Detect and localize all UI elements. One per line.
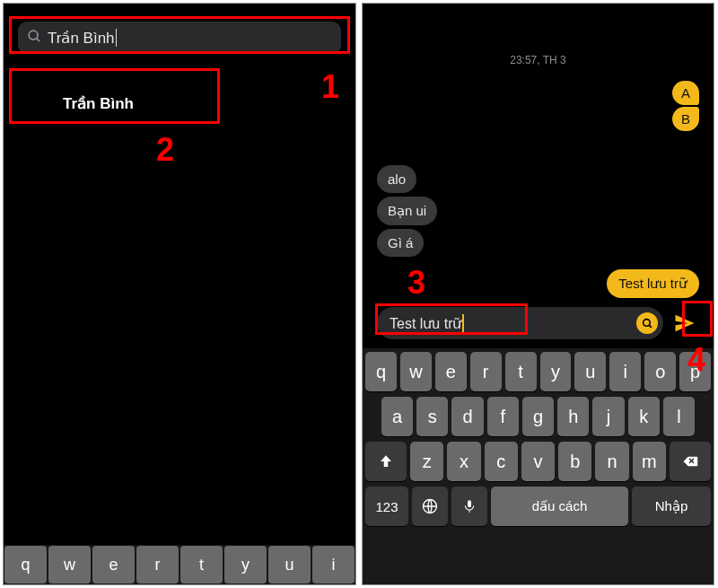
key-d[interactable]: d	[451, 397, 483, 436]
key-o[interactable]: o	[644, 352, 676, 391]
key-x[interactable]: x	[447, 442, 480, 481]
key-c[interactable]: c	[485, 442, 518, 481]
left-screen: Trần Bình Trần Bình q w e r t y u i	[3, 3, 356, 585]
key-shift[interactable]	[365, 442, 407, 481]
key-e[interactable]: e	[435, 352, 467, 391]
svg-point-2	[643, 319, 650, 326]
svg-line-1	[37, 38, 40, 41]
key-p[interactable]: p	[679, 352, 711, 391]
message-input[interactable]: Test lưu trữ	[377, 307, 663, 339]
search-field[interactable]: Trần Bình	[18, 22, 341, 54]
key-q[interactable]: q	[4, 546, 47, 584]
key-mic[interactable]	[451, 487, 487, 526]
message-input-value: Test lưu trữ	[390, 314, 464, 332]
keyboard-partial-row: q w e r t y u i	[4, 545, 355, 584]
compose-search-button[interactable]	[636, 312, 658, 334]
search-icon	[27, 29, 42, 48]
key-backspace[interactable]	[670, 442, 711, 481]
key-globe[interactable]	[412, 487, 448, 526]
key-w[interactable]: w	[400, 352, 432, 391]
key-w[interactable]: w	[48, 546, 91, 584]
compose-bar: Test lưu trữ	[377, 307, 699, 339]
key-u[interactable]: u	[574, 352, 606, 391]
message-received[interactable]: Gì á	[377, 229, 424, 257]
key-r[interactable]: r	[136, 546, 179, 584]
key-y[interactable]: y	[224, 546, 267, 584]
key-j[interactable]: j	[592, 397, 624, 436]
sent-messages: Test lưu trữ	[607, 269, 699, 298]
key-h[interactable]: h	[557, 397, 589, 436]
sent-messages: A B	[672, 81, 699, 131]
key-t[interactable]: t	[505, 352, 537, 391]
message-sent[interactable]: A	[672, 81, 699, 105]
key-l[interactable]: l	[663, 397, 695, 436]
timestamp: 23:57, TH 3	[363, 54, 714, 66]
key-m[interactable]: m	[633, 442, 666, 481]
key-k[interactable]: k	[628, 397, 660, 436]
right-screen: 23:57, TH 3 A B alo Bạn ui Gì á Test lưu…	[362, 3, 714, 585]
search-result-row[interactable]: Trần Bình	[18, 83, 341, 124]
key-y[interactable]: y	[540, 352, 572, 391]
key-u[interactable]: u	[268, 546, 311, 584]
key-r[interactable]: r	[470, 352, 502, 391]
received-messages: alo Bạn ui Gì á	[377, 165, 437, 257]
key-n[interactable]: n	[595, 442, 628, 481]
key-a[interactable]: a	[381, 397, 413, 436]
key-s[interactable]: s	[416, 397, 448, 436]
key-t[interactable]: t	[180, 546, 223, 584]
key-q[interactable]: q	[365, 352, 397, 391]
key-g[interactable]: g	[522, 397, 554, 436]
key-e[interactable]: e	[92, 546, 135, 584]
caret-icon	[462, 314, 464, 332]
key-v[interactable]: v	[521, 442, 555, 481]
key-z[interactable]: z	[410, 442, 443, 481]
svg-rect-5	[468, 500, 471, 507]
key-space[interactable]: dấu cách	[491, 487, 628, 526]
search-result-name: Trần Bình	[63, 94, 134, 113]
message-sent[interactable]: Test lưu trữ	[607, 269, 699, 298]
keyboard: q w e r t y u i o p a s d f g h j k l	[363, 348, 714, 584]
svg-point-0	[29, 31, 38, 39]
key-b[interactable]: b	[558, 442, 591, 481]
message-sent[interactable]: B	[672, 107, 699, 131]
search-value: Trần Bình	[48, 29, 117, 48]
key-f[interactable]: f	[487, 397, 519, 436]
key-i[interactable]: i	[609, 352, 641, 391]
key-numeric[interactable]: 123	[365, 487, 408, 526]
caret-icon	[116, 29, 117, 47]
message-received[interactable]: Bạn ui	[377, 197, 437, 225]
svg-line-3	[649, 325, 652, 328]
send-button[interactable]	[670, 309, 699, 338]
key-i[interactable]: i	[312, 546, 355, 584]
message-received[interactable]: alo	[377, 165, 416, 193]
key-return[interactable]: Nhập	[632, 487, 711, 526]
